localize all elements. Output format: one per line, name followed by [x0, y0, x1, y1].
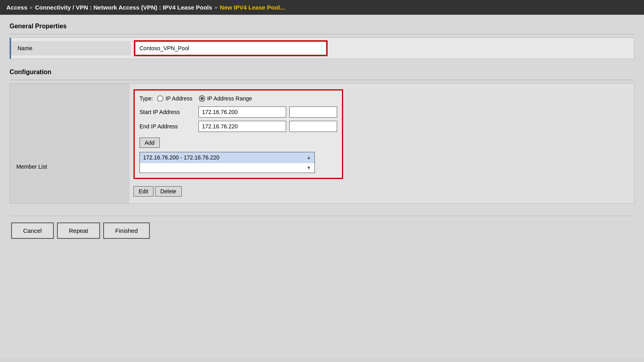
- config-content-cell: Type: IP Address IP Address Range: [130, 84, 634, 202]
- radio-ip-address-circle[interactable]: [157, 95, 163, 102]
- breadcrumb-bar: Access » Connectivity / VPN : Network Ac…: [0, 0, 644, 15]
- end-ip-label: End IP Address: [139, 123, 195, 130]
- name-input[interactable]: [135, 41, 326, 55]
- main-content: General Properties Name Configuration Me…: [0, 15, 644, 358]
- start-ip-row: Start IP Address: [139, 106, 337, 118]
- end-ip-extra-input[interactable]: [289, 121, 337, 132]
- breadcrumb-sep1: »: [30, 4, 33, 10]
- member-list-item-2[interactable]: ▼: [140, 163, 314, 173]
- bottom-buttons: Cancel Repeat Finished: [10, 216, 634, 245]
- start-ip-input[interactable]: [198, 106, 286, 118]
- start-ip-extra-input[interactable]: [289, 106, 337, 118]
- delete-button[interactable]: Delete: [155, 186, 181, 197]
- edit-button[interactable]: Edit: [134, 186, 153, 197]
- end-ip-row: End IP Address: [139, 121, 337, 132]
- start-ip-label: Start IP Address: [139, 109, 195, 115]
- breadcrumb-highlight: New IPV4 Lease Pool...: [220, 4, 285, 11]
- radio-ip-address-range-label: IP Address Range: [207, 95, 252, 102]
- configuration-heading: Configuration: [10, 69, 634, 76]
- radio-ip-address-label: IP Address: [165, 95, 192, 102]
- cancel-button[interactable]: Cancel: [11, 222, 54, 239]
- general-properties-section: General Properties Name: [10, 23, 634, 59]
- name-input-wrapper: [134, 40, 328, 56]
- member-list-box: 172.16.76.200 - 172.16.76.220 ▲ ▼: [139, 152, 315, 173]
- list-scroll-down-icon[interactable]: ▼: [306, 165, 311, 171]
- member-list-label: Member List: [16, 163, 47, 170]
- add-button[interactable]: Add: [139, 138, 160, 148]
- general-properties-heading: General Properties: [10, 23, 634, 30]
- config-inner-box: Type: IP Address IP Address Range: [134, 89, 343, 179]
- breadcrumb-middle: Connectivity / VPN : Network Access (VPN…: [35, 4, 212, 11]
- config-separator: [10, 80, 634, 80]
- type-label: Type:: [139, 95, 153, 102]
- name-field-value: [131, 38, 634, 59]
- member-list-item-1-text: 172.16.76.200 - 172.16.76.220: [143, 154, 220, 161]
- member-list-item-1[interactable]: 172.16.76.200 - 172.16.76.220 ▲: [140, 152, 314, 163]
- configuration-section: Configuration Member List Type:: [10, 69, 634, 204]
- type-row: Type: IP Address IP Address Range: [139, 95, 337, 102]
- radio-ip-address-option[interactable]: IP Address: [157, 95, 192, 102]
- action-buttons: Edit Delete: [134, 186, 630, 197]
- repeat-button[interactable]: Repeat: [57, 222, 100, 239]
- config-table: Member List Type: IP Address: [10, 83, 634, 204]
- breadcrumb-sep2: »: [214, 4, 217, 10]
- end-ip-input[interactable]: [198, 121, 286, 132]
- radio-group: IP Address IP Address Range: [157, 95, 252, 102]
- general-separator: [10, 34, 634, 34]
- config-row: Member List Type: IP Address: [10, 84, 634, 203]
- list-scroll-up-icon[interactable]: ▲: [306, 155, 311, 160]
- finished-button[interactable]: Finished: [103, 222, 150, 239]
- name-label: Name: [11, 41, 131, 55]
- radio-ip-address-range-circle[interactable]: [199, 95, 205, 102]
- breadcrumb-base: Access: [6, 4, 27, 11]
- radio-ip-address-range-option[interactable]: IP Address Range: [199, 95, 252, 102]
- member-list-label-cell: Member List: [10, 84, 130, 203]
- name-field-row: Name: [10, 37, 634, 59]
